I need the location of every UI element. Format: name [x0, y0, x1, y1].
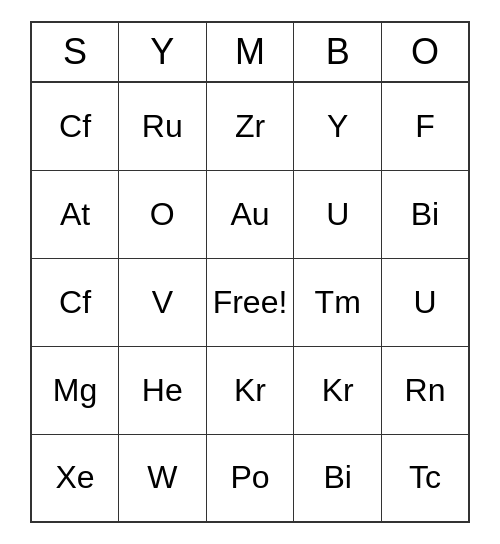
cell-4-3: Bi: [294, 434, 382, 522]
header-s: S: [31, 22, 119, 82]
cell-2-1: V: [119, 258, 207, 346]
cell-4-0: Xe: [31, 434, 119, 522]
table-row: Cf Ru Zr Y F: [31, 82, 469, 170]
bingo-body: Cf Ru Zr Y F At O Au U Bi Cf V Free! Tm …: [31, 82, 469, 522]
header-b: B: [294, 22, 382, 82]
cell-4-2: Po: [206, 434, 294, 522]
cell-4-1: W: [119, 434, 207, 522]
cell-3-1: He: [119, 346, 207, 434]
cell-3-4: Rn: [381, 346, 469, 434]
cell-2-2: Free!: [206, 258, 294, 346]
cell-2-0: Cf: [31, 258, 119, 346]
table-row: Mg He Kr Kr Rn: [31, 346, 469, 434]
cell-1-0: At: [31, 170, 119, 258]
table-row: Cf V Free! Tm U: [31, 258, 469, 346]
cell-0-1: Ru: [119, 82, 207, 170]
cell-0-4: F: [381, 82, 469, 170]
cell-2-4: U: [381, 258, 469, 346]
cell-1-3: U: [294, 170, 382, 258]
header-y: Y: [119, 22, 207, 82]
cell-1-2: Au: [206, 170, 294, 258]
cell-0-3: Y: [294, 82, 382, 170]
cell-1-1: O: [119, 170, 207, 258]
header-m: M: [206, 22, 294, 82]
header-row: S Y M B O: [31, 22, 469, 82]
table-row: At O Au U Bi: [31, 170, 469, 258]
cell-3-2: Kr: [206, 346, 294, 434]
table-row: Xe W Po Bi Tc: [31, 434, 469, 522]
cell-0-2: Zr: [206, 82, 294, 170]
cell-0-0: Cf: [31, 82, 119, 170]
cell-1-4: Bi: [381, 170, 469, 258]
cell-3-0: Mg: [31, 346, 119, 434]
cell-4-4: Tc: [381, 434, 469, 522]
cell-3-3: Kr: [294, 346, 382, 434]
cell-2-3: Tm: [294, 258, 382, 346]
header-o: O: [381, 22, 469, 82]
bingo-card: S Y M B O Cf Ru Zr Y F At O Au U Bi Cf V…: [30, 21, 470, 523]
